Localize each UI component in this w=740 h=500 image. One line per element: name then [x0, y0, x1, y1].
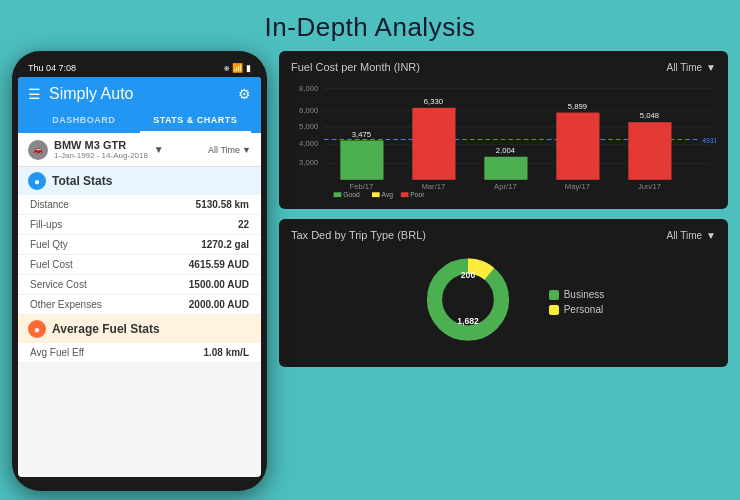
bar-chart-filter-label: All Time — [667, 62, 703, 73]
stat-value-fuelcost: 4615.59 AUD — [189, 259, 249, 270]
vehicle-selector[interactable]: 🚗 BMW M3 GTR 1-Jan-1992 - 14-Aug-2018 ▼ … — [18, 133, 261, 167]
main-layout: Thu 04 7:08 ⎈ 📶 ▮ ☰ Simply Auto ⚙ — [0, 51, 740, 500]
svg-text:4931.84: 4931.84 — [702, 137, 716, 144]
stat-value-distance: 5130.58 km — [196, 199, 249, 210]
tab-dashboard[interactable]: DASHBOARD — [28, 109, 140, 133]
svg-rect-27 — [334, 192, 342, 197]
time-filter[interactable]: All Time ▼ — [208, 145, 251, 155]
avg-fuel-list: Avg Fuel Eff 1.08 km/L — [18, 343, 261, 363]
legend-dot-business — [549, 290, 559, 300]
svg-text:2,004: 2,004 — [496, 146, 516, 155]
svg-text:3,475: 3,475 — [352, 130, 371, 139]
svg-text:8,000: 8,000 — [299, 84, 318, 93]
time-filter-label: All Time — [208, 145, 240, 155]
legend-dot-personal — [549, 305, 559, 315]
right-panel: Fuel Cost per Month (INR) All Time ▼ 8,0… — [279, 51, 728, 491]
phone-screen: ☰ Simply Auto ⚙ DASHBOARD STATS & CHARTS… — [18, 77, 261, 477]
app-title: Simply Auto — [49, 85, 133, 103]
hamburger-icon[interactable]: ☰ — [28, 86, 41, 102]
donut-legend: Business Personal — [549, 289, 605, 315]
svg-text:1,682: 1,682 — [457, 316, 479, 326]
total-stats-icon: ● — [28, 172, 46, 190]
app-tabs: DASHBOARD STATS & CHARTS — [28, 109, 251, 133]
bar-chart-filter[interactable]: All Time ▼ — [667, 62, 716, 73]
vehicle-avatar: 🚗 — [28, 140, 48, 160]
svg-rect-18 — [484, 157, 527, 180]
stat-label-fuelcost: Fuel Cost — [30, 259, 73, 270]
svg-text:May/17: May/17 — [565, 182, 590, 191]
svg-rect-31 — [401, 192, 409, 197]
legend-label-personal: Personal — [564, 304, 603, 315]
donut-chart-filter[interactable]: All Time ▼ — [667, 230, 716, 241]
stat-value-fillups: 22 — [238, 219, 249, 230]
stat-row-avgfuel: Avg Fuel Eff 1.08 km/L — [18, 343, 261, 363]
legend-item-personal: Personal — [549, 304, 605, 315]
svg-text:3,000: 3,000 — [299, 158, 318, 167]
svg-text:Apr/17: Apr/17 — [494, 182, 517, 191]
vehicle-details: BMW M3 GTR 1-Jan-1992 - 14-Aug-2018 — [54, 139, 148, 160]
donut-chart-filter-chevron: ▼ — [706, 230, 716, 241]
status-bar: Thu 04 7:08 ⎈ 📶 ▮ — [18, 61, 261, 77]
stat-row-fillups: Fill-ups 22 — [18, 215, 261, 235]
svg-text:Poor: Poor — [410, 191, 425, 198]
header-action-icons: ⚙ — [238, 86, 251, 102]
wifi-icon: 📶 — [232, 63, 243, 73]
vehicle-name: BMW M3 GTR — [54, 139, 148, 151]
stat-label-distance: Distance — [30, 199, 69, 210]
stat-row-fuelqty: Fuel Qty 1270.2 gal — [18, 235, 261, 255]
svg-text:4,000: 4,000 — [299, 139, 318, 148]
donut-chart-header: Tax Ded by Trip Type (BRL) All Time ▼ — [291, 229, 716, 241]
car-icon: 🚗 — [33, 145, 43, 154]
svg-rect-24 — [628, 122, 671, 180]
stat-label-fuelqty: Fuel Qty — [30, 239, 68, 250]
svg-point-35 — [447, 279, 489, 321]
svg-text:Feb/17: Feb/17 — [349, 182, 373, 191]
bar-chart-title: Fuel Cost per Month (INR) — [291, 61, 420, 73]
stat-label-fillups: Fill-ups — [30, 219, 62, 230]
bar-chart-header: Fuel Cost per Month (INR) All Time ▼ — [291, 61, 716, 73]
settings-icon[interactable]: ⚙ — [238, 86, 251, 102]
bar-chart-card: Fuel Cost per Month (INR) All Time ▼ 8,0… — [279, 51, 728, 209]
svg-text:6,000: 6,000 — [299, 106, 318, 115]
stat-row-servicecost: Service Cost 1500.00 AUD — [18, 275, 261, 295]
svg-text:5,048: 5,048 — [640, 111, 659, 120]
svg-text:Jun/17: Jun/17 — [638, 182, 661, 191]
svg-rect-12 — [340, 140, 383, 179]
svg-rect-15 — [412, 108, 455, 180]
vehicle-info: 🚗 BMW M3 GTR 1-Jan-1992 - 14-Aug-2018 ▼ — [28, 139, 164, 160]
svg-text:6,330: 6,330 — [424, 97, 443, 106]
svg-text:Avg: Avg — [382, 191, 394, 199]
stat-label-avgfuel: Avg Fuel Eff — [30, 347, 84, 358]
bluetooth-icon: ⎈ — [224, 63, 229, 73]
legend-item-business: Business — [549, 289, 605, 300]
stat-value-avgfuel: 1.08 km/L — [203, 347, 249, 358]
legend-label-business: Business — [564, 289, 605, 300]
vehicle-dropdown-icon[interactable]: ▼ — [154, 144, 164, 155]
avg-fuel-header: ● Average Fuel Stats — [18, 315, 261, 343]
stat-row-distance: Distance 5130.58 km — [18, 195, 261, 215]
battery-icon: ▮ — [246, 63, 251, 73]
tab-stats-charts[interactable]: STATS & CHARTS — [140, 109, 252, 133]
vehicle-dates: 1-Jan-1992 - 14-Aug-2018 — [54, 151, 148, 160]
stat-value-otherexp: 2000.00 AUD — [189, 299, 249, 310]
bar-chart-filter-chevron: ▼ — [706, 62, 716, 73]
donut-chart-filter-label: All Time — [667, 230, 703, 241]
app-header-top: ☰ Simply Auto ⚙ — [28, 85, 251, 103]
stat-value-fuelqty: 1270.2 gal — [201, 239, 249, 250]
svg-rect-29 — [372, 192, 380, 197]
svg-text:5,899: 5,899 — [568, 102, 587, 111]
page-title: In-Depth Analysis — [0, 0, 740, 51]
stat-row-otherexp: Other Expenses 2000.00 AUD — [18, 295, 261, 315]
avg-fuel-title: Average Fuel Stats — [52, 322, 160, 336]
donut-chart-area: 200 1,682 Business Personal — [291, 247, 716, 357]
svg-text:Good: Good — [343, 191, 360, 198]
donut-svg: 200 1,682 — [403, 247, 533, 357]
svg-text:200: 200 — [461, 270, 476, 280]
status-icons: ⎈ 📶 ▮ — [224, 63, 251, 73]
avg-fuel-icon: ● — [28, 320, 46, 338]
bar-chart-svg: 8,000 6,000 5,000 4,000 3,000 4931.84 — [291, 79, 716, 199]
svg-text:5,000: 5,000 — [299, 122, 318, 131]
stat-row-fuelcost: Fuel Cost 4615.59 AUD — [18, 255, 261, 275]
total-stats-header: ● Total Stats — [18, 167, 261, 195]
stat-label-otherexp: Other Expenses — [30, 299, 102, 310]
